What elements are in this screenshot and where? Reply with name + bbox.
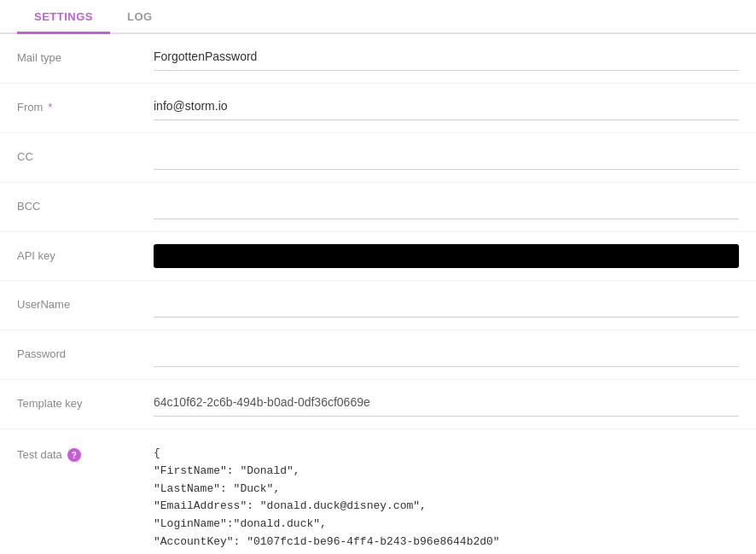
field-row-mail-type: Mail type ForgottenPassword	[0, 34, 756, 84]
label-template-key: Template key	[17, 392, 154, 410]
value-test-data[interactable]: { "FirstName": "Donald", "LastName": "Du…	[154, 441, 739, 554]
value-wrap-cc	[154, 145, 739, 170]
value-from[interactable]: info@storm.io	[154, 96, 739, 120]
tabs-container: SETTINGS LOG	[0, 0, 756, 34]
label-bcc: BCC	[17, 195, 154, 213]
label-from: From *	[17, 96, 154, 114]
label-api-key: API key	[17, 244, 154, 262]
field-row-api-key: API key	[0, 232, 756, 281]
label-password: Password	[17, 342, 154, 360]
label-test-data: Test data ?	[17, 441, 154, 462]
label-username: UserName	[17, 293, 154, 311]
field-row-bcc: BCC	[0, 183, 756, 232]
field-row-from: From * info@storm.io	[0, 84, 756, 133]
value-username[interactable]	[154, 293, 739, 318]
value-api-key[interactable]	[154, 244, 739, 268]
value-template-key: 64c10f62-2c6b-494b-b0ad-0df36cf0669e	[154, 392, 739, 417]
field-row-password: Password	[0, 330, 756, 380]
label-mail-type: Mail type	[17, 46, 154, 64]
label-cc: CC	[17, 145, 154, 163]
field-row-template-key: Template key 64c10f62-2c6b-494b-b0ad-0df…	[0, 380, 756, 429]
help-icon[interactable]: ?	[67, 448, 81, 462]
value-wrap-mail-type: ForgottenPassword	[154, 46, 739, 71]
value-wrap-bcc	[154, 195, 739, 219]
required-indicator: *	[48, 101, 52, 114]
value-wrap-username	[154, 293, 739, 318]
value-bcc[interactable]	[154, 195, 739, 219]
tab-bar: SETTINGS LOG	[0, 0, 756, 34]
tab-settings[interactable]: SETTINGS	[17, 0, 110, 34]
test-data-label-row: Test data ?	[17, 448, 81, 462]
value-mail-type: ForgottenPassword	[154, 46, 739, 71]
tab-log[interactable]: LOG	[110, 0, 170, 34]
value-wrap-from: info@storm.io	[154, 96, 739, 120]
value-wrap-template-key: 64c10f62-2c6b-494b-b0ad-0df36cf0669e	[154, 392, 739, 417]
field-row-test-data: Test data ? { "FirstName": "Donald", "La…	[0, 429, 756, 554]
value-wrap-api-key	[154, 244, 739, 268]
value-password[interactable]	[154, 342, 739, 367]
field-row-username: UserName	[0, 281, 756, 330]
value-wrap-password	[154, 342, 739, 367]
settings-content: Mail type ForgottenPassword From * info@…	[0, 34, 756, 554]
value-wrap-test-data: { "FirstName": "Donald", "LastName": "Du…	[154, 441, 739, 554]
field-row-cc: CC	[0, 133, 756, 183]
value-cc[interactable]	[154, 145, 739, 170]
